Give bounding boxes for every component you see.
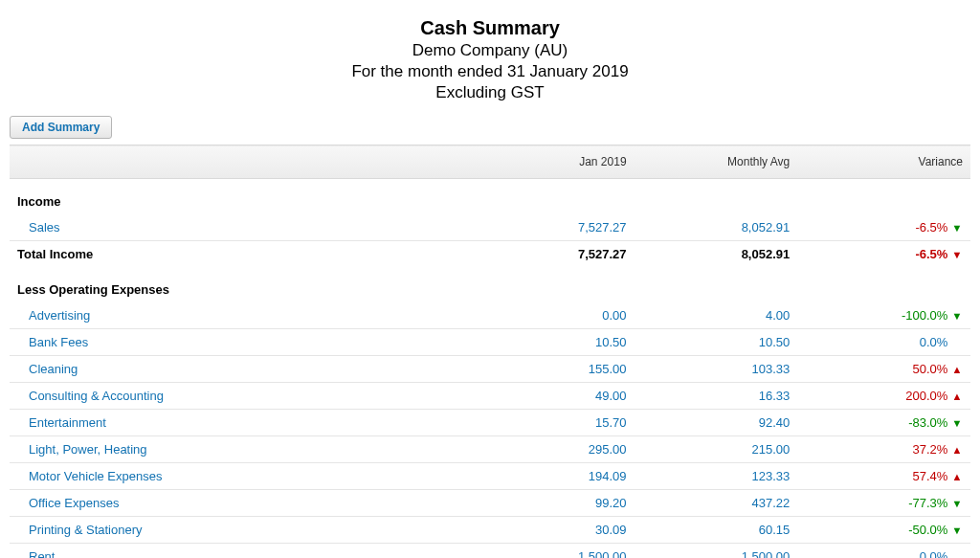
variance-value: -83.0% ▼ xyxy=(797,410,970,436)
table-row: Bank Fees10.5010.500.0% xyxy=(10,329,970,356)
variance-value: -6.5% ▼ xyxy=(797,214,970,241)
variance-value: -100.0% ▼ xyxy=(797,302,970,329)
triangle-up-icon: ▲ xyxy=(951,364,963,375)
account-link[interactable]: Advertising xyxy=(29,308,90,323)
gst-exclusion: Excluding GST xyxy=(0,83,980,102)
col-header-current: Jan 2019 xyxy=(471,145,635,179)
variance-value: 57.4% ▲ xyxy=(797,463,970,490)
company-name: Demo Company (AU) xyxy=(0,41,980,60)
variance-value: -77.3% ▼ xyxy=(797,490,970,517)
account-link[interactable]: Entertainment xyxy=(29,415,106,430)
table-row: Sales7,527.278,052.91-6.5% ▼ xyxy=(10,214,970,241)
triangle-up-icon: ▲ xyxy=(951,444,963,456)
avg-value: 8,052.91 xyxy=(635,214,798,241)
triangle-up-icon: ▲ xyxy=(951,391,963,402)
current-value: 194.09 xyxy=(471,463,635,490)
triangle-up-icon: ▲ xyxy=(951,471,963,482)
current-value: 49.00 xyxy=(471,383,635,410)
account-link[interactable]: Light, Power, Heating xyxy=(29,442,147,457)
total-label: Total Income xyxy=(10,241,471,268)
current-value: 99.20 xyxy=(471,490,635,517)
avg-value: 10.50 xyxy=(635,329,798,356)
variance-value: 50.0% ▲ xyxy=(797,356,970,383)
table-row: Light, Power, Heating295.00215.0037.2% ▲ xyxy=(10,436,970,463)
report-header: Cash Summary Demo Company (AU) For the m… xyxy=(0,0,980,114)
current-value: 30.09 xyxy=(471,517,635,544)
table-row: Entertainment15.7092.40-83.0% ▼ xyxy=(10,410,970,436)
avg-value: 123.33 xyxy=(635,463,798,490)
avg-value: 437.22 xyxy=(635,490,798,517)
col-header-variance: Variance xyxy=(797,145,970,179)
table-row: Printing & Stationery30.0960.15-50.0% ▼ xyxy=(10,517,970,544)
avg-value: 60.15 xyxy=(635,517,798,544)
add-summary-button[interactable]: Add Summary xyxy=(10,116,112,139)
avg-value: 1,500.00 xyxy=(635,544,798,559)
total-row: Total Income7,527.278,052.91-6.5% ▼ xyxy=(10,241,970,268)
triangle-down-icon: ▼ xyxy=(951,525,963,536)
variance-value: 0.0% xyxy=(797,329,970,356)
cash-summary-table: Jan 2019 Monthly Avg Variance IncomeSale… xyxy=(10,145,970,558)
triangle-down-icon: ▼ xyxy=(951,498,963,509)
triangle-down-icon: ▼ xyxy=(951,222,963,234)
current-value: 1,500.00 xyxy=(471,544,635,559)
avg-value: 103.33 xyxy=(635,356,798,383)
triangle-down-icon: ▼ xyxy=(951,249,963,260)
current-value: 295.00 xyxy=(471,436,635,463)
triangle-down-icon: ▼ xyxy=(951,417,963,429)
avg-value: 4.00 xyxy=(635,302,798,329)
current-value: 155.00 xyxy=(471,356,635,383)
variance-value: 200.0% ▲ xyxy=(797,383,970,410)
variance-value: 0.0% xyxy=(797,544,970,559)
account-link[interactable]: Consulting & Accounting xyxy=(29,389,164,403)
account-link[interactable]: Rent xyxy=(29,549,55,558)
section-title: Less Operating Expenses xyxy=(10,267,970,302)
table-row: Cleaning155.00103.3350.0% ▲ xyxy=(10,356,970,383)
col-header-avg: Monthly Avg xyxy=(635,145,798,179)
account-link[interactable]: Office Expenses xyxy=(29,496,119,510)
report-period: For the month ended 31 January 2019 xyxy=(0,62,980,81)
account-link[interactable]: Sales xyxy=(29,220,60,234)
account-link[interactable]: Cleaning xyxy=(29,362,78,376)
table-row: Motor Vehicle Expenses194.09123.3357.4% … xyxy=(10,463,970,490)
account-link[interactable]: Printing & Stationery xyxy=(29,523,143,537)
total-variance: -6.5% ▼ xyxy=(797,241,970,268)
current-value: 10.50 xyxy=(471,329,635,356)
variance-value: 37.2% ▲ xyxy=(797,436,970,463)
col-header-empty xyxy=(10,145,471,179)
table-row: Rent1,500.001,500.000.0% xyxy=(10,544,970,559)
total-current: 7,527.27 xyxy=(471,241,635,268)
account-link[interactable]: Motor Vehicle Expenses xyxy=(29,469,162,483)
table-row: Consulting & Accounting49.0016.33200.0% … xyxy=(10,383,970,410)
total-avg: 8,052.91 xyxy=(635,241,798,268)
current-value: 7,527.27 xyxy=(471,214,635,241)
current-value: 15.70 xyxy=(471,410,635,436)
current-value: 0.00 xyxy=(471,302,635,329)
avg-value: 16.33 xyxy=(635,383,798,410)
table-row: Office Expenses99.20437.22-77.3% ▼ xyxy=(10,490,970,517)
variance-value: -50.0% ▼ xyxy=(797,517,970,544)
account-link[interactable]: Bank Fees xyxy=(29,335,88,349)
section-title: Income xyxy=(10,179,970,215)
avg-value: 92.40 xyxy=(635,410,798,436)
report-title: Cash Summary xyxy=(0,17,980,39)
triangle-down-icon: ▼ xyxy=(951,310,963,322)
table-row: Advertising0.004.00-100.0% ▼ xyxy=(10,302,970,329)
avg-value: 215.00 xyxy=(635,436,798,463)
